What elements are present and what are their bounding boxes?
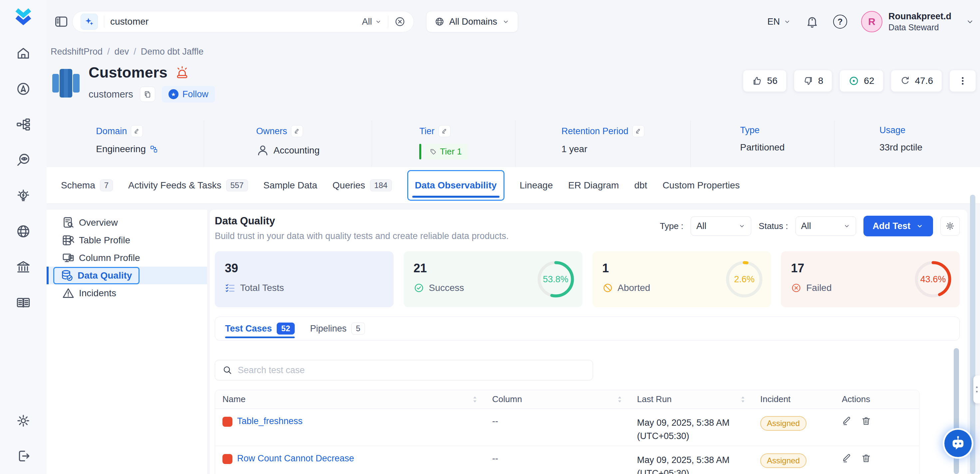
type-label: Type <box>740 125 760 135</box>
failed-ring-gauge: 43.6% <box>913 259 953 299</box>
insights-bulb-icon[interactable] <box>15 188 31 204</box>
user-role: Data Steward <box>888 22 951 33</box>
alert-siren-icon[interactable] <box>175 65 189 80</box>
sidebar-toggle-icon[interactable] <box>54 14 68 29</box>
data-flow-icon[interactable] <box>15 116 31 132</box>
tab-schema[interactable]: Schema7 <box>61 167 113 204</box>
status-filter-select[interactable]: All <box>795 216 856 236</box>
test-status-failed-indicator <box>223 417 232 427</box>
tab-sample-data[interactable]: Sample Data <box>263 167 317 204</box>
domains-filter-label: All Domains <box>449 17 497 27</box>
entity-stats: 56 8 62 47.6 <box>743 70 976 92</box>
tab-test-cases[interactable]: Test Cases 52 <box>225 317 295 340</box>
test-settings-gear-icon[interactable] <box>940 216 960 236</box>
chevron-down-icon[interactable] <box>965 17 975 26</box>
help-icon[interactable]: ? <box>833 14 847 29</box>
delete-test-icon[interactable] <box>861 453 871 463</box>
aborted-tests-card[interactable]: 1 Aborted 2.6% <box>592 251 771 307</box>
follow-button[interactable]: ★ Follow <box>162 86 215 103</box>
breadcrumb: RedshiftProd / dev / Demo dbt Jaffle <box>51 46 204 57</box>
test-case-link[interactable]: Row Count Cannot Decrease <box>237 453 354 464</box>
owners-value[interactable]: Accounting <box>274 145 320 156</box>
downvote-button[interactable]: 8 <box>794 70 832 92</box>
language-selector[interactable]: EN <box>767 17 791 27</box>
search-scope-dropdown[interactable]: All <box>362 17 382 27</box>
copy-icon[interactable] <box>140 87 155 102</box>
domain-link-icon <box>150 145 158 153</box>
domains-filter-button[interactable]: All Domains <box>426 11 518 32</box>
logout-icon[interactable] <box>15 448 31 464</box>
entity-name: customers <box>89 89 133 100</box>
edit-test-icon[interactable] <box>842 453 852 463</box>
home-icon[interactable] <box>15 45 31 61</box>
sort-column-icon[interactable] <box>617 396 622 403</box>
sort-last-run-icon[interactable] <box>740 396 746 403</box>
notifications-bell-icon[interactable] <box>805 14 819 29</box>
tab-er-diagram[interactable]: ER Diagram <box>568 167 619 204</box>
menu-item-overview[interactable]: Overview <box>47 214 207 231</box>
total-tests-card[interactable]: 39 Total Tests <box>215 251 394 307</box>
explore-compass-icon[interactable] <box>15 81 31 97</box>
breadcrumb-service[interactable]: RedshiftProd <box>51 46 103 57</box>
menu-item-incidents[interactable]: Incidents <box>47 284 207 302</box>
side-panel-handle[interactable] <box>973 375 980 403</box>
glossary-book-icon[interactable] <box>15 294 31 310</box>
tier-badge[interactable]: Tier 1 <box>419 144 468 159</box>
settings-icon[interactable] <box>15 413 31 429</box>
chevron-down-icon <box>738 222 746 230</box>
type-filter-select[interactable]: All <box>690 216 751 236</box>
sort-name-icon[interactable] <box>472 396 477 403</box>
tab-data-observability[interactable]: Data Observability <box>407 170 504 201</box>
tab-pipelines[interactable]: Pipelines 5 <box>310 317 365 340</box>
menu-item-column-profile[interactable]: Column Profile <box>47 249 207 267</box>
aborted-ring-gauge: 2.6% <box>724 259 764 299</box>
ai-sparkle-icon[interactable] <box>81 14 98 30</box>
page-scrollbar[interactable] <box>970 195 975 474</box>
success-tests-card[interactable]: 21 Success 53.8% <box>404 251 582 307</box>
table-row: Row Count Cannot Decrease -- May 09, 202… <box>215 446 919 474</box>
tab-custom-properties[interactable]: Custom Properties <box>663 167 740 204</box>
incident-status-badge[interactable]: Assigned <box>760 453 807 468</box>
menu-item-data-quality[interactable]: Data Quality <box>47 267 207 284</box>
global-search-bar[interactable]: All <box>72 11 414 32</box>
edit-domain-icon[interactable] <box>131 125 143 137</box>
user-menu[interactable]: R Rounakpreet.d Data Steward <box>861 11 951 33</box>
tab-lineage[interactable]: Lineage <box>520 167 553 204</box>
check-circle-icon <box>414 283 424 293</box>
add-test-button[interactable]: Add Test <box>864 216 933 236</box>
breadcrumb-database[interactable]: dev <box>115 46 129 57</box>
edit-test-icon[interactable] <box>842 416 852 426</box>
chat-bot-icon <box>950 435 966 452</box>
edit-tier-icon[interactable] <box>439 125 450 137</box>
tab-queries[interactable]: Queries184 <box>332 167 392 204</box>
chevron-down-icon <box>783 17 791 25</box>
popularity-button[interactable]: 47.6 <box>891 70 942 92</box>
test-case-search-input[interactable] <box>238 365 585 375</box>
failed-tests-card[interactable]: 17 Failed 43.6% <box>781 251 960 307</box>
kebab-menu-icon[interactable] <box>949 70 976 92</box>
pipelines-count-badge: 5 <box>351 323 365 334</box>
domain-value[interactable]: Engineering <box>96 144 146 154</box>
global-search-input[interactable] <box>110 16 362 27</box>
governance-bank-icon[interactable] <box>15 259 31 275</box>
clear-search-icon[interactable] <box>394 16 406 27</box>
test-case-search[interactable] <box>215 360 593 380</box>
rail-nav <box>15 45 31 310</box>
breadcrumb-schema[interactable]: Demo dbt Jaffle <box>141 46 204 57</box>
team-icon <box>256 144 269 157</box>
incident-status-badge[interactable]: Assigned <box>760 416 807 431</box>
menu-item-table-profile[interactable]: Table Profile <box>47 231 207 249</box>
chat-bot-button[interactable] <box>944 430 972 457</box>
app-logo-icon[interactable] <box>13 7 33 29</box>
domains-globe-icon[interactable] <box>15 223 31 239</box>
tests-tabs: Test Cases 52 Pipelines 5 <box>215 317 960 340</box>
upvote-button[interactable]: 56 <box>743 70 786 92</box>
test-case-link[interactable]: Table_freshness <box>237 416 303 426</box>
delete-test-icon[interactable] <box>861 416 871 426</box>
tab-dbt[interactable]: dbt <box>634 167 648 204</box>
edit-retention-icon[interactable] <box>632 125 644 137</box>
observability-search-icon[interactable] <box>15 152 31 168</box>
edit-owners-icon[interactable] <box>291 125 303 137</box>
views-button[interactable]: 62 <box>840 70 883 92</box>
tab-activity-feeds[interactable]: Activity Feeds & Tasks557 <box>128 167 248 204</box>
